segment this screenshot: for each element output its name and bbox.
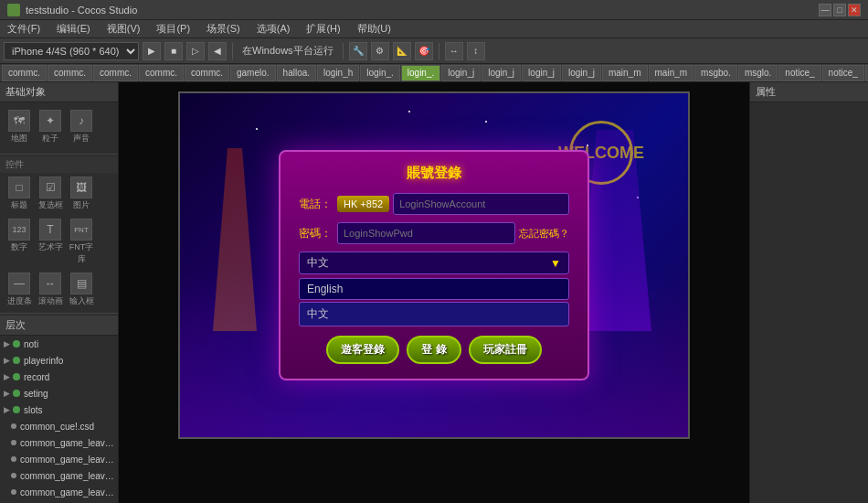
section-sep2 — [0, 313, 118, 314]
register-button[interactable]: 玩家註冊 — [469, 336, 542, 364]
obj-fnt[interactable]: FNT FNT字库 — [68, 219, 95, 265]
layer-record[interactable]: ▶ record — [0, 369, 118, 385]
tab-commc2[interactable]: commc. — [48, 65, 92, 81]
toolbar: iPhone 4/4S (960 * 640) ▶ ■ ▷ ◀ 在Windows… — [0, 38, 868, 64]
tab-login-active[interactable]: login_. — [401, 65, 440, 81]
layer-slots[interactable]: ▶ slots — [0, 401, 118, 418]
pwd-label: 密碼： — [299, 226, 332, 241]
obj-row-controls2: 123 数字 T 艺术字 FNT FNT字库 — [0, 215, 118, 269]
right-panel-header: 属性 — [750, 82, 868, 102]
tb-btn-2[interactable]: ■ — [164, 42, 183, 60]
tab-notice2[interactable]: notice_ — [822, 65, 864, 81]
forgot-link[interactable]: 忘記密碼？ — [519, 227, 569, 241]
tab-msgbo[interactable]: msgbo. — [694, 65, 737, 81]
obj-row-controls3: — 进度条 ↔ 滚动画 ▤ 输入框 — [0, 269, 118, 311]
obj-image[interactable]: 🖼 图片 — [68, 177, 95, 211]
tb-btn-8[interactable]: 🎯 — [415, 42, 433, 60]
tb-btn-7[interactable]: 📐 — [393, 42, 411, 60]
maximize-button[interactable]: □ — [833, 4, 846, 16]
window-controls[interactable]: — □ ✕ — [819, 4, 861, 16]
layer-noti[interactable]: ▶ noti — [0, 336, 118, 352]
pwd-input[interactable] — [337, 222, 515, 244]
layer-common-game-leave2en[interactable]: common_game_leave2_en.c — [0, 484, 118, 500]
obj-scroll[interactable]: ↔ 滚动画 — [37, 273, 64, 307]
main-area: 基础对象 🗺 地图 ✦ 粒子 ♪ 声音 控件 □ — [0, 82, 868, 503]
tab-halloa[interactable]: halloa. — [277, 65, 316, 81]
tab-msglo[interactable]: msglo. — [738, 65, 778, 81]
obj-progress[interactable]: — 进度条 — [5, 273, 33, 307]
tab-loginj2[interactable]: login_j — [482, 65, 521, 81]
tb-btn-5[interactable]: 🔧 — [349, 42, 367, 60]
lang-option-chinese[interactable]: 中文 — [299, 302, 569, 326]
layer-common-game-leave[interactable]: common_game_leave.csd — [0, 434, 118, 451]
lang-selected[interactable]: 中文 ▼ — [299, 252, 569, 274]
obj-section-basic: 🗺 地图 ✦ 粒子 ♪ 声音 — [0, 102, 118, 152]
run-platform-label: 在Windows平台运行 — [238, 44, 337, 58]
section-controls-label: 控件 — [0, 156, 118, 173]
tab-gamelo[interactable]: gamelo. — [230, 65, 276, 81]
pwd-row: 密碼： 忘記密碼？ — [299, 222, 569, 244]
dropdown-arrow-icon: ▼ — [550, 257, 561, 270]
tab-commc5[interactable]: commc. — [185, 65, 229, 81]
app-title: teststudio - Cocos Studio — [26, 5, 819, 16]
device-selector[interactable]: iPhone 4/4S (960 * 640) — [4, 42, 139, 60]
tab-login1[interactable]: login_. — [360, 65, 399, 81]
menu-help[interactable]: 帮助(U) — [354, 22, 395, 36]
menu-view[interactable]: 视图(V) — [103, 22, 144, 36]
tab-mainm2[interactable]: main_m — [649, 65, 694, 81]
close-button[interactable]: ✕ — [848, 4, 861, 16]
obj-row-controls: □ 标题 ☑ 复选框 🖼 图片 — [0, 173, 118, 215]
obj-checkbox[interactable]: ☑ 复选框 — [37, 177, 64, 211]
menu-bar: 文件(F) 编辑(E) 视图(V) 项目(P) 场景(S) 选项(A) 扩展(H… — [0, 20, 868, 38]
tab-loginj3[interactable]: login_j — [522, 65, 561, 81]
layer-common-cue[interactable]: common_cue!.csd — [0, 418, 118, 434]
tb-btn-3[interactable]: ▷ — [186, 42, 205, 60]
tab-commc4[interactable]: commc. — [139, 65, 184, 81]
tb-btn-10[interactable]: ↕ — [467, 42, 485, 60]
obj-input[interactable]: ▤ 输入框 — [68, 273, 95, 307]
menu-file[interactable]: 文件(F) — [4, 22, 44, 36]
menu-options[interactable]: 选项(A) — [253, 22, 294, 36]
tb-btn-1[interactable]: ▶ — [143, 42, 161, 60]
tab-notice1[interactable]: notice_ — [778, 65, 820, 81]
menu-scene[interactable]: 场景(S) — [203, 22, 244, 36]
obj-particle[interactable]: ✦ 粒子 — [37, 110, 64, 144]
left-panel-header: 基础对象 — [0, 82, 118, 102]
tb-btn-9[interactable]: ↔ — [445, 42, 463, 60]
minimize-button[interactable]: — — [819, 4, 831, 16]
btn-row: 遊客登錄 登 錄 玩家註冊 — [299, 336, 569, 364]
tab-mainm1[interactable]: main_m — [602, 65, 648, 81]
layer-seting[interactable]: ▶ seting — [0, 385, 118, 401]
tab-loginh[interactable]: login_h — [317, 65, 359, 81]
login-button[interactable]: 登 錄 — [407, 336, 460, 364]
tb-btn-6[interactable]: ⚙ — [371, 42, 389, 60]
layer-panel-header: 层次 — [0, 316, 118, 336]
obj-sound[interactable]: ♪ 声音 — [68, 110, 95, 144]
phone-label: 電話： — [299, 197, 332, 212]
obj-arttext[interactable]: T 艺术字 — [37, 219, 64, 265]
obj-label[interactable]: □ 标题 — [5, 177, 33, 211]
menu-extension[interactable]: 扩展(H) — [302, 22, 344, 36]
app-icon — [7, 4, 20, 16]
lang-option-english[interactable]: English — [299, 278, 569, 300]
layer-playerinfo[interactable]: ▶ playerinfo — [0, 352, 118, 369]
menu-project[interactable]: 项目(P) — [153, 22, 194, 36]
tab-commc3[interactable]: commc. — [93, 65, 138, 81]
section-sep — [0, 154, 118, 155]
toolbar-sep-1 — [232, 43, 233, 59]
tab-commc1[interactable]: commc. — [2, 65, 47, 81]
obj-map[interactable]: 🗺 地图 — [5, 110, 33, 144]
layer-tree: ▶ noti ▶ playerinfo ▶ record ▶ seting ▶ — [0, 336, 118, 503]
tb-btn-4[interactable]: ◀ — [208, 42, 227, 60]
layer-common-game-leave-en[interactable]: common_game_leave_en.csd — [0, 451, 118, 467]
game-view: WELCOME 賬號登錄 電話： HK +852 密碼： 忘記密碼？ — [178, 91, 690, 439]
menu-edit[interactable]: 编辑(E) — [53, 22, 94, 36]
obj-number[interactable]: 123 数字 — [5, 219, 33, 265]
layer-common-game-leave2[interactable]: common_game_leave2.csd — [0, 467, 118, 484]
guest-login-button[interactable]: 遊客登錄 — [326, 336, 399, 364]
phone-row: 電話： HK +852 — [299, 193, 569, 215]
tab-loginj4[interactable]: login_j — [562, 65, 601, 81]
tab-loginj1[interactable]: login_j — [441, 65, 481, 81]
phone-input[interactable] — [393, 193, 569, 215]
phone-prefix: HK +852 — [337, 196, 389, 212]
